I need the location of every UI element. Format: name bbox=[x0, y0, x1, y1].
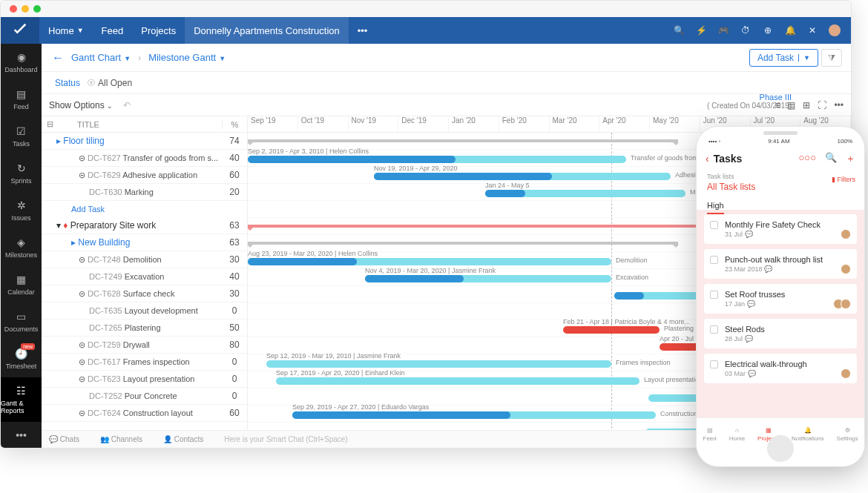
filter-button[interactable]: ⧩ bbox=[821, 49, 842, 67]
gantt-bar[interactable] bbox=[276, 377, 640, 385]
gantt-bar[interactable] bbox=[266, 360, 611, 368]
sidebar-gantt[interactable]: ☷Gantt & Reports bbox=[1, 377, 42, 422]
task-row[interactable]: ▸ New Building63 bbox=[42, 234, 247, 251]
breadcrumb-gantt[interactable]: Gantt Chart▼ bbox=[71, 52, 131, 63]
task-row[interactable]: ▸ Floor tiling74 bbox=[42, 133, 247, 150]
baseline-icon[interactable]: ≡ bbox=[775, 100, 780, 110]
percent-column-header: % bbox=[222, 120, 247, 129]
bottom-contacts[interactable]: 👤 Contacts bbox=[163, 435, 203, 443]
sidebar-timesheet[interactable]: 🕘Timesheet bbox=[1, 340, 42, 377]
sidebar-dashboard[interactable]: ◉Dashboard bbox=[1, 44, 42, 81]
nav-more[interactable]: ••• bbox=[349, 17, 377, 44]
minimize-dot[interactable] bbox=[22, 5, 29, 13]
mobile-nav-home[interactable]: ⌂Home bbox=[729, 427, 745, 442]
nav-current-project[interactable]: Donnelly Apartments Construction bbox=[185, 17, 349, 44]
chevron-down-icon: ▼ bbox=[219, 55, 226, 62]
more-menu-icon[interactable]: ••• bbox=[834, 100, 844, 110]
sidebar-calendar[interactable]: ▦Calendar bbox=[1, 266, 42, 303]
task-row[interactable]: ⊝ DC-T259 Drywall80 bbox=[42, 337, 247, 354]
task-row[interactable]: DC-T265 Plastering50 bbox=[42, 320, 247, 337]
task-row[interactable]: DC-T252 Pour Concrete0 bbox=[42, 388, 247, 405]
undo-icon[interactable]: ↶ bbox=[123, 100, 131, 110]
app-logo[interactable] bbox=[1, 17, 39, 44]
mobile-filters[interactable]: ▮ Filters bbox=[832, 176, 855, 183]
mobile-task-card[interactable]: Punch-out walk through list23 Mar 2018 💬 bbox=[704, 249, 857, 279]
show-options[interactable]: Show Options ⌄ bbox=[49, 100, 113, 110]
nav-projects[interactable]: Projects bbox=[132, 17, 185, 44]
mobile-task-card[interactable]: Monthly Fire Safety Check31 Jul 💬 bbox=[704, 214, 857, 244]
chevron-down-icon: ▼ bbox=[124, 55, 131, 62]
bottom-channels[interactable]: 👥 Channels bbox=[100, 435, 142, 443]
mobile-nav-feed[interactable]: ▤Feed bbox=[703, 427, 717, 442]
nav-home[interactable]: Home▼ bbox=[39, 17, 93, 44]
checkbox[interactable] bbox=[710, 325, 718, 334]
task-row[interactable]: DC-T635 Layout development0 bbox=[42, 302, 247, 320]
sidebar-sprints[interactable]: ↻Sprints bbox=[1, 155, 42, 192]
zoom-icon[interactable]: ⊞ bbox=[803, 100, 810, 110]
bolt-icon[interactable]: ⚡ bbox=[695, 24, 707, 36]
task-row[interactable]: ▾ ♦ Preparatory Site work63 bbox=[42, 217, 247, 234]
mobile-add-icon[interactable]: ＋ bbox=[846, 152, 855, 165]
timer-icon[interactable]: ⏱ bbox=[740, 24, 752, 36]
add-task-button[interactable]: Add Task▼ bbox=[749, 49, 818, 67]
mobile-tasklists[interactable]: All Task lists bbox=[697, 182, 864, 196]
bell-icon[interactable]: 🔔 bbox=[784, 24, 796, 36]
mobile-back-icon[interactable]: ‹ bbox=[706, 153, 709, 165]
gantt-bar[interactable] bbox=[563, 326, 660, 334]
task-row[interactable]: ⊝ DC-T248 Demolition30 bbox=[42, 251, 247, 268]
status-bar: Status ⓧ All Open bbox=[42, 72, 851, 94]
breadcrumb-milestone[interactable]: Milestone Gantt▼ bbox=[148, 52, 226, 63]
task-row[interactable]: ⊝ DC-T629 Adhesive application60 bbox=[42, 167, 247, 184]
user-avatar[interactable] bbox=[829, 24, 841, 36]
task-row[interactable]: DC-T630 Marking20 bbox=[42, 184, 247, 201]
mobile-priority-tab[interactable]: High bbox=[697, 196, 864, 210]
mobile-task-card[interactable]: Steel Rods28 Jul 💬 bbox=[704, 319, 857, 348]
back-arrow-icon[interactable]: ← bbox=[52, 51, 64, 64]
task-row[interactable]: ⊝ DC-T624 Construction layout60 bbox=[42, 405, 247, 422]
task-row[interactable]: ⊝ DC-T623 Layout presentation0 bbox=[42, 371, 247, 388]
search-icon[interactable]: 🔍 bbox=[673, 24, 685, 36]
mobile-search-icon[interactable]: 🔍 bbox=[825, 152, 837, 165]
task-row[interactable]: DC-T249 Excavation40 bbox=[42, 268, 247, 285]
sidebar-tasks[interactable]: ☑Tasks bbox=[1, 118, 42, 155]
hierarchy-icon[interactable]: ⊟ bbox=[42, 119, 58, 129]
task-row[interactable]: ⊝ DC-T617 Frames inspection0 bbox=[42, 354, 247, 371]
dashboard-icon: ◉ bbox=[17, 51, 26, 63]
bottom-chats[interactable]: 💬 Chats bbox=[49, 435, 79, 443]
fullscreen-icon[interactable]: ⛶ bbox=[818, 100, 826, 110]
close-dot[interactable] bbox=[10, 5, 17, 13]
more-icon: ••• bbox=[16, 429, 27, 441]
mobile-task-card[interactable]: Set Roof trusses17 Jan 💬 bbox=[704, 284, 857, 314]
clear-status-icon[interactable]: ⓧ bbox=[88, 78, 95, 88]
phone-home-button[interactable] bbox=[767, 435, 794, 462]
nav-feed[interactable]: Feed bbox=[93, 17, 133, 44]
sidebar-more[interactable]: ••• bbox=[1, 422, 42, 449]
status-label[interactable]: Status bbox=[55, 78, 80, 88]
mobile-more-icon[interactable]: ○○○ bbox=[798, 152, 816, 165]
task-row[interactable]: ⊝ DC-T627 Transfer of goods from s...40 bbox=[42, 150, 247, 167]
chevron-right-icon: › bbox=[138, 53, 141, 63]
add-task-link[interactable]: Add Task bbox=[42, 201, 247, 217]
chevron-down-icon[interactable]: ▼ bbox=[798, 54, 810, 62]
maximize-dot[interactable] bbox=[33, 5, 41, 13]
calendar-icon: ▦ bbox=[16, 274, 26, 285]
title-column-header: TITLE bbox=[58, 120, 222, 129]
critical-path-icon[interactable]: ▤ bbox=[787, 100, 795, 110]
checkbox[interactable] bbox=[710, 256, 718, 264]
mobile-nav-settings[interactable]: ⚙Settings bbox=[837, 427, 858, 442]
task-row[interactable] bbox=[42, 422, 247, 430]
plus-icon[interactable]: ⊕ bbox=[762, 24, 774, 36]
checkbox[interactable] bbox=[710, 360, 718, 368]
checkbox[interactable] bbox=[710, 221, 718, 229]
sidebar-feed[interactable]: ▤Feed bbox=[1, 81, 42, 118]
sidebar-documents[interactable]: ▭Documents bbox=[1, 303, 42, 340]
gamepad-icon[interactable]: 🎮 bbox=[717, 24, 729, 36]
task-row[interactable]: ⊝ DC-T628 Surface check30 bbox=[42, 285, 247, 302]
sprints-icon: ↻ bbox=[17, 162, 26, 174]
mobile-task-card[interactable]: Electrical walk-through03 Mar 💬 bbox=[704, 354, 857, 383]
sidebar-issues[interactable]: ✲Issues bbox=[1, 192, 42, 229]
tools-icon[interactable]: ✕ bbox=[806, 24, 818, 36]
checkbox[interactable] bbox=[710, 291, 718, 299]
mobile-nav-notifications[interactable]: 🔔Notifications bbox=[792, 427, 824, 442]
sidebar-milestones[interactable]: ◈Milestones bbox=[1, 229, 42, 266]
